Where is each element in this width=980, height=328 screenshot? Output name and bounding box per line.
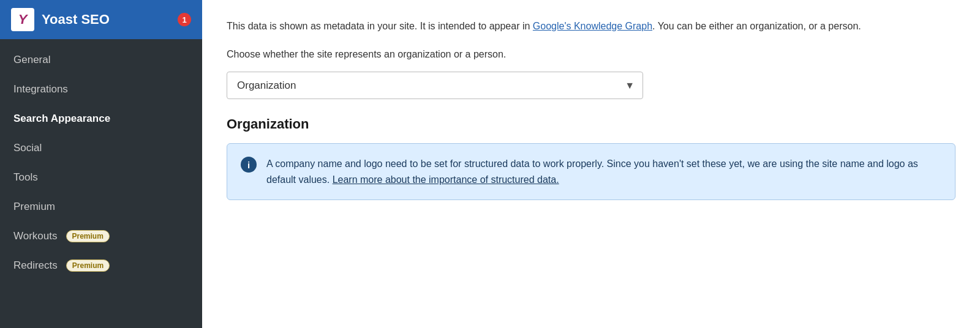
info-box: i A company name and logo need to be set… xyxy=(227,143,956,200)
sidebar-item-tools[interactable]: Tools xyxy=(0,163,202,192)
sidebar-header: Y Yoast SEO 1 xyxy=(0,0,202,39)
sidebar-item-premium[interactable]: Premium xyxy=(0,192,202,222)
sidebar-item-redirects[interactable]: Redirects Premium xyxy=(0,251,202,280)
org-type-select[interactable]: Organization Person xyxy=(227,72,643,99)
sidebar-item-integrations[interactable]: Integrations xyxy=(0,75,202,104)
intro-paragraph: This data is shown as metadata in your s… xyxy=(227,18,956,34)
sidebar-item-label-redirects: Redirects xyxy=(13,259,58,272)
organization-section-title: Organization xyxy=(227,116,956,132)
org-type-select-wrapper: Organization Person ▼ xyxy=(227,72,643,99)
sidebar-item-label-general: General xyxy=(13,54,50,66)
sidebar-item-search-appearance[interactable]: Search Appearance xyxy=(0,104,202,133)
sidebar-item-label-tools: Tools xyxy=(13,171,38,184)
learn-more-link[interactable]: Learn more about the importance of struc… xyxy=(333,174,559,185)
sidebar-item-label-premium: Premium xyxy=(13,201,55,213)
intro-text-after-link: . You can be either an organization, or … xyxy=(652,21,861,31)
sidebar-item-general[interactable]: General xyxy=(0,45,202,75)
sidebar-item-label-search-appearance: Search Appearance xyxy=(13,113,110,125)
choose-text: Choose whether the site represents an or… xyxy=(227,47,956,62)
notification-badge: 1 xyxy=(178,13,191,26)
sidebar-item-label-integrations: Integrations xyxy=(13,83,68,95)
sidebar-title: Yoast SEO xyxy=(42,12,170,28)
intro-text-before-link: This data is shown as metadata in your s… xyxy=(227,21,533,31)
info-icon: i xyxy=(241,157,257,173)
sidebar-item-label-social: Social xyxy=(13,142,42,154)
knowledge-graph-link[interactable]: Google's Knowledge Graph xyxy=(533,21,652,31)
sidebar-item-workouts[interactable]: Workouts Premium xyxy=(0,222,202,251)
main-content: This data is shown as metadata in your s… xyxy=(202,0,980,328)
workouts-premium-badge: Premium xyxy=(66,230,110,242)
sidebar-nav: General Integrations Search Appearance S… xyxy=(0,39,202,286)
info-text: A company name and logo need to be set f… xyxy=(266,156,941,187)
sidebar: Y Yoast SEO 1 General Integrations Searc… xyxy=(0,0,202,328)
sidebar-item-label-workouts: Workouts xyxy=(13,230,58,242)
yoast-logo: Y xyxy=(11,8,34,31)
redirects-premium-badge: Premium xyxy=(66,259,110,272)
sidebar-item-social[interactable]: Social xyxy=(0,133,202,163)
